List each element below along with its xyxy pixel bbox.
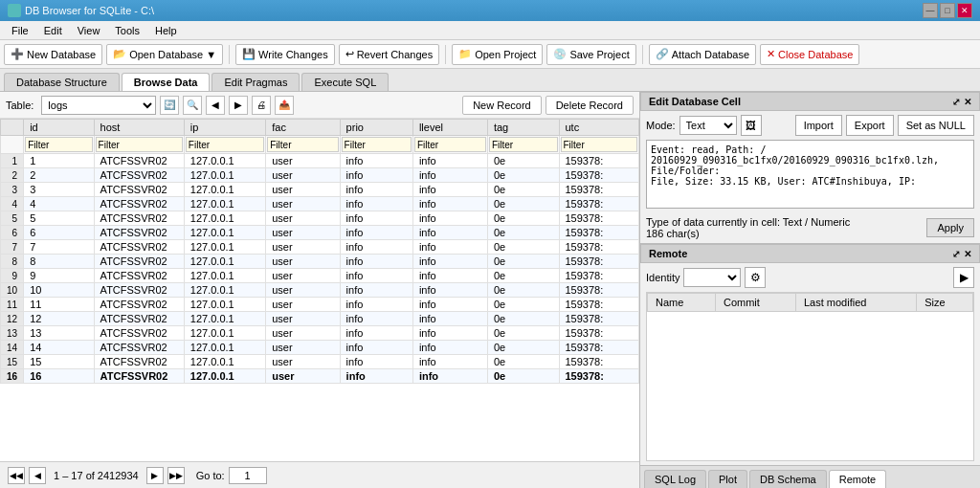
filter-ip-input[interactable]: [186, 137, 264, 152]
cell[interactable]: 16: [24, 369, 94, 384]
prev-page-button[interactable]: ◀: [29, 467, 46, 484]
open-database-button[interactable]: 📂 Open Database ▼: [106, 44, 223, 65]
cell[interactable]: info: [412, 298, 487, 312]
cell[interactable]: 127.0.0.1: [184, 355, 265, 369]
filter-utc[interactable]: [559, 136, 639, 154]
cell[interactable]: info: [412, 211, 487, 226]
cell[interactable]: info: [412, 312, 487, 326]
filter-host[interactable]: [94, 136, 184, 154]
filter-utc-input[interactable]: [561, 137, 638, 152]
cell[interactable]: info: [412, 326, 487, 341]
cell[interactable]: 0e: [487, 369, 559, 384]
cell[interactable]: info: [340, 341, 412, 355]
cell[interactable]: 127.0.0.1: [184, 369, 265, 384]
cell[interactable]: 6: [24, 226, 94, 240]
menu-tools[interactable]: Tools: [107, 23, 147, 38]
cell[interactable]: 7: [24, 240, 94, 255]
table-row[interactable]: 1414ATCFSSVR02127.0.0.1userinfoinfo0e159…: [1, 341, 639, 355]
cell[interactable]: ATCFSSVR02: [94, 255, 184, 269]
cell[interactable]: ATCFSSVR02: [94, 355, 184, 369]
cell[interactable]: user: [266, 197, 340, 211]
close-panel-icon[interactable]: ✕: [964, 97, 971, 107]
tab-database-structure[interactable]: Database Structure: [4, 73, 120, 91]
cell[interactable]: 11: [24, 298, 94, 312]
cell[interactable]: user: [266, 255, 340, 269]
cell[interactable]: 127.0.0.1: [184, 183, 265, 197]
cell[interactable]: user: [266, 183, 340, 197]
cell[interactable]: 0e: [487, 255, 559, 269]
cell[interactable]: 127.0.0.1: [184, 211, 265, 226]
cell[interactable]: 159378:: [559, 355, 639, 369]
cell[interactable]: 159378:: [559, 283, 639, 298]
filter-tag[interactable]: [487, 136, 559, 154]
remote-float-icon[interactable]: ⤢: [952, 249, 960, 259]
menu-view[interactable]: View: [70, 23, 108, 38]
bottom-tab-remote[interactable]: Remote: [829, 470, 887, 488]
revert-changes-button[interactable]: ↩ Revert Changes: [339, 44, 440, 65]
cell[interactable]: 127.0.0.1: [184, 197, 265, 211]
close-database-button[interactable]: ✕ Close Database: [760, 44, 859, 65]
menu-file[interactable]: File: [4, 23, 36, 38]
cell[interactable]: 127.0.0.1: [184, 240, 265, 255]
cell[interactable]: 0e: [487, 298, 559, 312]
cell[interactable]: user: [266, 269, 340, 283]
cell[interactable]: info: [412, 369, 487, 384]
cell[interactable]: 159378:: [559, 240, 639, 255]
cell[interactable]: user: [266, 369, 340, 384]
nav-next-icon[interactable]: ▶: [229, 96, 248, 115]
cell[interactable]: info: [412, 269, 487, 283]
cell[interactable]: 127.0.0.1: [184, 168, 265, 183]
cell[interactable]: user: [266, 312, 340, 326]
cell[interactable]: 159378:: [559, 369, 639, 384]
cell[interactable]: ATCFSSVR02: [94, 269, 184, 283]
cell[interactable]: 2: [24, 168, 94, 183]
cell[interactable]: ATCFSSVR02: [94, 341, 184, 355]
cell[interactable]: user: [266, 341, 340, 355]
bottom-tab-sql-log[interactable]: SQL Log: [644, 470, 706, 488]
cell[interactable]: user: [266, 154, 340, 168]
table-row[interactable]: 1212ATCFSSVR02127.0.0.1userinfoinfo0e159…: [1, 312, 639, 326]
cell[interactable]: 0e: [487, 168, 559, 183]
cell[interactable]: 127.0.0.1: [184, 154, 265, 168]
cell[interactable]: 0e: [487, 226, 559, 240]
cell[interactable]: ATCFSSVR02: [94, 312, 184, 326]
col-tag[interactable]: tag: [487, 120, 559, 136]
bottom-tab-db-schema[interactable]: DB Schema: [749, 470, 827, 488]
import-button[interactable]: Import: [795, 115, 842, 136]
cell[interactable]: 127.0.0.1: [184, 226, 265, 240]
cell[interactable]: info: [340, 226, 412, 240]
cell[interactable]: 159378:: [559, 168, 639, 183]
attach-database-button[interactable]: 🔗 Attach Database: [649, 44, 756, 65]
cell[interactable]: info: [340, 197, 412, 211]
cell[interactable]: info: [340, 240, 412, 255]
cell[interactable]: user: [266, 298, 340, 312]
filter-ip[interactable]: [184, 136, 265, 154]
cell[interactable]: info: [340, 168, 412, 183]
cell[interactable]: info: [412, 283, 487, 298]
export-button[interactable]: Export: [846, 115, 894, 136]
mode-select[interactable]: Text: [679, 116, 737, 135]
cell[interactable]: 0e: [487, 341, 559, 355]
goto-input[interactable]: [229, 467, 267, 484]
cell[interactable]: 0e: [487, 326, 559, 341]
table-row[interactable]: 1313ATCFSSVR02127.0.0.1userinfoinfo0e159…: [1, 326, 639, 341]
set-null-button[interactable]: Set as NULL: [898, 115, 974, 136]
cell[interactable]: user: [266, 226, 340, 240]
cell[interactable]: 8: [24, 255, 94, 269]
table-row[interactable]: 77ATCFSSVR02127.0.0.1userinfoinfo0e15937…: [1, 240, 639, 255]
cell[interactable]: 4: [24, 197, 94, 211]
nav-prev-icon[interactable]: ◀: [206, 96, 225, 115]
cell[interactable]: info: [412, 168, 487, 183]
cell[interactable]: 9: [24, 269, 94, 283]
refresh-button[interactable]: 🔄: [160, 96, 179, 115]
cell[interactable]: info: [412, 255, 487, 269]
export-button[interactable]: 📤: [275, 96, 294, 115]
cell[interactable]: info: [340, 298, 412, 312]
col-utc[interactable]: utc: [559, 120, 639, 136]
close-button[interactable]: ✕: [957, 3, 972, 18]
table-row[interactable]: 1111ATCFSSVR02127.0.0.1userinfoinfo0e159…: [1, 298, 639, 312]
cell[interactable]: ATCFSSVR02: [94, 168, 184, 183]
cell[interactable]: 15: [24, 355, 94, 369]
cell[interactable]: ATCFSSVR02: [94, 240, 184, 255]
cell[interactable]: 14: [24, 341, 94, 355]
